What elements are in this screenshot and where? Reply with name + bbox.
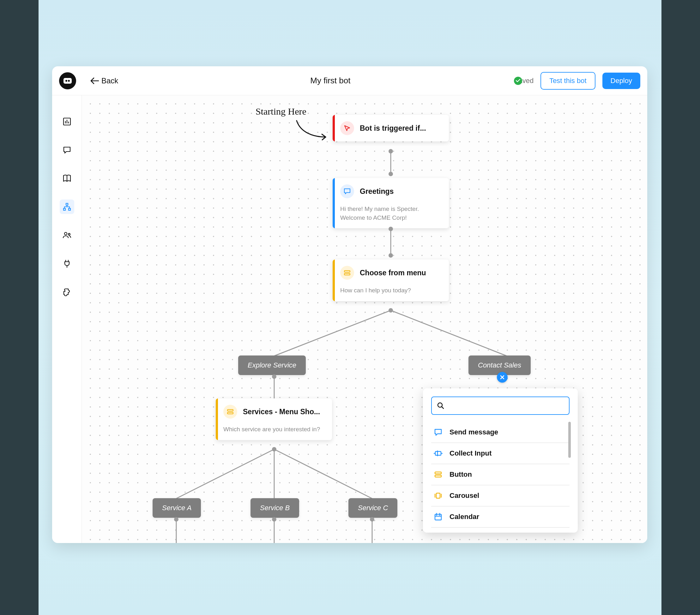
node-title: Services - Menu Sho... xyxy=(243,408,320,416)
node-trigger[interactable]: Bot is triggered if... xyxy=(333,115,449,141)
node-body: How can I help you today? xyxy=(333,286,449,301)
cursor-icon xyxy=(340,121,354,135)
sidebar-item-team[interactable] xyxy=(60,228,74,242)
popup-option-calendar[interactable]: Calendar xyxy=(431,507,570,527)
svg-rect-15 xyxy=(227,412,233,414)
connector-line xyxy=(175,519,177,543)
node-title: Greetings xyxy=(360,187,393,196)
sidebar-item-extensions[interactable] xyxy=(60,285,74,299)
svg-point-7 xyxy=(64,232,67,235)
svg-rect-5 xyxy=(63,208,65,210)
carousel-icon xyxy=(433,490,444,501)
node-title: Choose from menu xyxy=(360,269,426,277)
check-icon xyxy=(514,77,522,85)
node-services-menu[interactable]: Services - Menu Sho... Which service are… xyxy=(216,398,332,440)
app-header: Back My first bot Saved Test this bot De… xyxy=(52,66,647,95)
connector-dot xyxy=(389,149,393,153)
connector-dot xyxy=(389,172,393,176)
chat-icon xyxy=(63,145,71,154)
flow-canvas[interactable]: Starting Here Bot is triggered if... xyxy=(82,95,647,543)
branch-service-b[interactable]: Service B xyxy=(250,498,299,518)
add-node-popup: Send message Collect Input Button Carous… xyxy=(423,388,578,533)
sidebar-item-flows[interactable] xyxy=(60,200,74,214)
connector-line xyxy=(390,151,392,172)
sidebar-item-integrations[interactable] xyxy=(60,256,74,271)
button-icon xyxy=(223,405,237,419)
node-accent xyxy=(333,178,335,228)
annotation-arrow xyxy=(294,118,332,143)
connector-dot xyxy=(272,374,276,379)
popup-option-button[interactable]: Button xyxy=(431,464,570,485)
app-window: Back My first bot Saved Test this bot De… xyxy=(52,66,647,543)
node-body: Which service are you interested in? xyxy=(216,425,332,440)
back-button[interactable]: Back xyxy=(90,76,118,85)
connector-dot xyxy=(272,517,276,522)
svg-rect-0 xyxy=(63,78,72,84)
node-menu[interactable]: Choose from menu How can I help you toda… xyxy=(333,259,449,301)
connector-line xyxy=(371,519,373,543)
popup-option-collect-input[interactable]: Collect Input xyxy=(431,443,570,464)
saved-status: Saved xyxy=(514,77,534,85)
svg-rect-20 xyxy=(435,451,441,455)
node-title: Bot is triggered if... xyxy=(360,124,426,132)
flow-icon xyxy=(63,202,71,211)
calendar-icon xyxy=(433,511,444,523)
button-icon xyxy=(433,469,444,480)
test-bot-button[interactable]: Test this bot xyxy=(540,72,595,90)
search-icon xyxy=(437,402,445,409)
bar-chart-icon xyxy=(63,117,71,126)
bot-face-icon xyxy=(63,77,72,84)
sidebar-item-chat[interactable] xyxy=(60,143,74,157)
branch-contact-sales[interactable]: Contact Sales xyxy=(468,356,531,375)
svg-rect-22 xyxy=(435,475,441,477)
connector-dot xyxy=(389,308,393,312)
branch-explore-service[interactable]: Explore Service xyxy=(238,356,306,375)
team-icon xyxy=(62,231,72,239)
popup-option-label: Send message xyxy=(450,428,498,436)
node-greetings[interactable]: Greetings Hi there! My name is Specter. … xyxy=(333,178,449,228)
popup-option-label: Calendar xyxy=(450,513,479,521)
popup-scrollbar[interactable] xyxy=(568,422,571,458)
branch-service-a[interactable]: Service A xyxy=(153,498,201,518)
svg-rect-12 xyxy=(344,273,350,275)
popup-option-label: Collect Input xyxy=(450,449,491,458)
svg-rect-6 xyxy=(68,208,71,210)
connector-dot xyxy=(174,517,178,522)
connector-branch xyxy=(153,449,395,500)
popup-option-carousel[interactable]: Carousel xyxy=(431,485,570,507)
popup-search-input[interactable] xyxy=(448,401,564,410)
svg-rect-21 xyxy=(435,472,441,474)
popup-search[interactable] xyxy=(431,397,570,415)
popup-option-label: Button xyxy=(450,471,472,478)
node-accent xyxy=(216,398,218,440)
button-icon xyxy=(340,266,354,280)
sidebar xyxy=(52,95,82,543)
close-icon xyxy=(500,375,504,380)
connector-line xyxy=(390,229,392,253)
node-accent xyxy=(333,259,335,301)
arrow-left-icon xyxy=(90,77,99,84)
svg-point-1 xyxy=(65,80,67,82)
book-icon xyxy=(62,174,72,182)
svg-rect-24 xyxy=(435,514,441,520)
svg-rect-14 xyxy=(227,409,233,411)
connector-branch xyxy=(238,310,543,358)
message-icon xyxy=(433,426,444,438)
sidebar-item-analytics[interactable] xyxy=(60,114,74,129)
plug-icon xyxy=(63,259,71,268)
popup-option-label: Carousel xyxy=(450,491,479,500)
connector-dot xyxy=(370,517,374,522)
branch-service-c[interactable]: Service C xyxy=(348,498,397,518)
connector-line xyxy=(273,519,275,543)
close-node-button[interactable] xyxy=(497,372,508,383)
svg-rect-23 xyxy=(436,493,440,498)
node-accent xyxy=(333,115,335,141)
page-title: My first bot xyxy=(147,76,514,86)
svg-rect-4 xyxy=(66,203,68,205)
starting-here-annotation: Starting Here xyxy=(255,106,307,117)
connector-line xyxy=(273,376,275,398)
popup-option-send-message[interactable]: Send message xyxy=(431,422,570,443)
deploy-button[interactable]: Deploy xyxy=(602,73,640,89)
sidebar-item-docs[interactable] xyxy=(60,171,74,185)
svg-point-2 xyxy=(68,80,70,82)
